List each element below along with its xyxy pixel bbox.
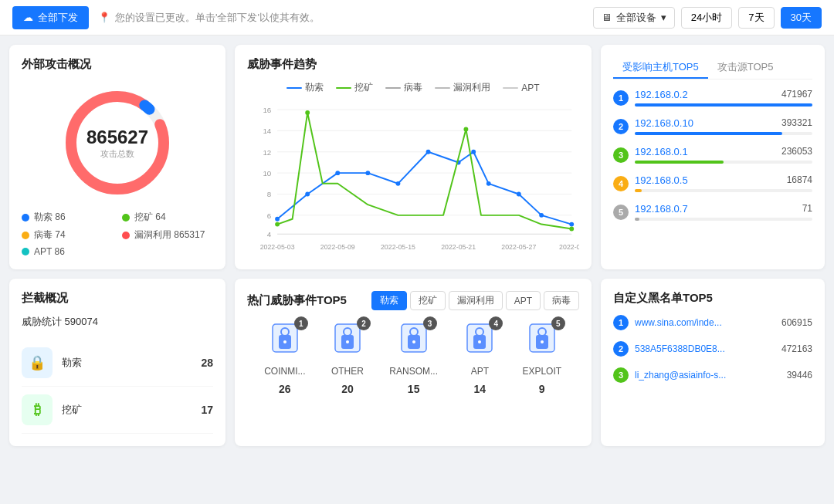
total-label: 攻击总数 [86, 148, 148, 160]
top5-item-5: 192.168.0.7 71 [635, 203, 812, 221]
event-count-5: 9 [539, 383, 545, 395]
hot-event-item-4: 4 APT 14 [459, 320, 500, 395]
blacklist-row-3: 3 li_zhang@asiainfo-s... 39446 [613, 367, 812, 383]
cloud-icon: ☁ [23, 12, 33, 23]
hot-tab-mining[interactable]: 挖矿 [410, 291, 446, 310]
svg-point-29 [275, 222, 280, 227]
top5-row-3: 3 192.168.0.1 236053 [613, 146, 812, 164]
top5-item-3: 192.168.0.1 236053 [635, 146, 812, 164]
hot-event-item-1: 1 COINMI... 26 [264, 320, 305, 395]
attack-overview-title: 外部攻击概况 [22, 57, 213, 72]
event-icon-wrap-3: 3 [394, 320, 434, 360]
top5-bar-5 [635, 218, 639, 221]
attack-overview-card: 外部攻击概况 865627 攻击总数 勒索 86 挖矿 64 [9, 45, 225, 269]
top5-row-5: 5 192.168.0.7 71 [613, 203, 812, 221]
intercept-ransom-count: 28 [201, 357, 213, 369]
event-icon-wrap-4: 4 [459, 320, 500, 360]
svg-point-17 [275, 217, 280, 222]
legend-ransom: 勒索 86 [22, 211, 113, 224]
location-icon: 📍 [98, 12, 110, 23]
event-rank-2: 2 [357, 316, 371, 330]
virus-dot [22, 232, 29, 239]
hint-text: 您的设置已更改。单击'全部下发'以使其有效。 [115, 11, 320, 25]
monitor-icon: 🖥 [602, 12, 612, 23]
exploit-line-icon [435, 87, 450, 89]
intercept-overview-card: 拦截概况 威胁统计 590074 🔒 勒索 28 ₿ 挖矿 17 [9, 279, 225, 446]
donut-center: 865627 攻击总数 [86, 127, 148, 160]
line-chart: 16 14 12 10 8 6 4 [247, 100, 579, 255]
svg-text:8: 8 [267, 190, 271, 198]
rank-badge-5: 5 [613, 205, 629, 220]
intercept-ransom-item: 🔒 勒索 28 [22, 340, 213, 387]
svg-point-25 [486, 181, 491, 186]
threat-trend-card: 威胁事件趋势 勒索 挖矿 病毒 漏洞利用 APT [235, 45, 592, 269]
top5-row-1: 1 192.168.0.2 471967 [613, 89, 812, 107]
svg-point-21 [396, 181, 401, 186]
virus-label: 病毒 74 [34, 228, 66, 242]
bl-rank-2: 2 [613, 341, 629, 357]
hot-tab-apt[interactable]: APT [506, 291, 541, 310]
mining-icon: ₿ [22, 394, 53, 425]
top5-ip-3: 192.168.0.1 [635, 146, 781, 157]
hot-event-item-2: 2 OTHER 20 [327, 320, 368, 395]
event-icon-wrap-2: 2 [327, 320, 368, 360]
event-count-3: 15 [408, 383, 420, 395]
hot-tab-ransom[interactable]: 勒索 [371, 291, 407, 310]
apt-line-label: APT [521, 83, 539, 93]
legend-mining-line: 挖矿 [336, 81, 373, 94]
bl-domain-2: 538A5F6388DB0E8... [635, 343, 775, 354]
event-name-2: OTHER [331, 366, 364, 377]
svg-text:4: 4 [267, 230, 272, 238]
event-count-2: 20 [341, 383, 354, 395]
tab-attack-source[interactable]: 攻击源TOP5 [708, 57, 783, 79]
legend-exploit-line: 漏洞利用 [435, 81, 490, 94]
svg-point-22 [426, 150, 431, 154]
rank-badge-4: 4 [613, 176, 629, 191]
mining-line-icon [336, 87, 351, 89]
svg-text:2022-05-21: 2022-05-21 [441, 243, 476, 251]
event-name-5: EXPLOIT [522, 366, 561, 377]
rank-badge-1: 1 [613, 90, 629, 106]
hot-tab-exploit[interactable]: 漏洞利用 [449, 291, 503, 310]
top5-ip-5: 192.168.0.7 [635, 203, 802, 215]
device-selector[interactable]: 🖥 全部设备 ▾ [593, 7, 675, 29]
svg-point-43 [283, 340, 286, 343]
rank-badge-3: 3 [613, 147, 629, 163]
top5-count-5: 71 [802, 203, 812, 215]
tab-affected-hosts[interactable]: 受影响主机TOP5 [613, 57, 708, 79]
intercept-mining-count: 17 [201, 404, 213, 416]
apt-dot [22, 248, 29, 255]
time-7d-button[interactable]: 7天 [738, 7, 774, 29]
threat-trend-title: 威胁事件趋势 [247, 57, 579, 72]
donut-area: 865627 攻击总数 [22, 81, 213, 205]
hot-tab-virus[interactable]: 病毒 [544, 291, 579, 310]
svg-text:6: 6 [267, 211, 271, 220]
svg-point-26 [517, 192, 521, 197]
legend-apt: APT 86 [22, 246, 113, 257]
blacklist-top5-card: 自定义黑名单TOP5 1 www.sina.com/inde... 606915… [601, 279, 825, 446]
hot-events-card: 热门威胁事件TOP5 勒索 挖矿 漏洞利用 APT 病毒 [235, 279, 592, 446]
time-24h-button[interactable]: 24小时 [681, 7, 732, 29]
top5-bar-2 [635, 132, 782, 135]
event-count-4: 14 [474, 383, 486, 395]
event-rank-4: 4 [489, 316, 503, 330]
apt-label: APT 86 [34, 246, 65, 257]
bl-domain-1: www.sina.com/inde... [635, 317, 775, 328]
event-name-4: APT [471, 366, 489, 377]
top5-ip-1: 192.168.0.2 [635, 89, 781, 100]
legend-virus: 病毒 74 [22, 228, 113, 242]
top5-item-1: 192.168.0.2 471967 [635, 89, 812, 107]
deploy-button[interactable]: ☁ 全部下发 [12, 6, 89, 29]
top5-row-2: 2 192.168.0.10 393321 [613, 117, 812, 135]
virus-line-icon [385, 87, 401, 89]
top5-tabs: 受影响主机TOP5 攻击源TOP5 [613, 57, 812, 79]
svg-text:10: 10 [263, 169, 271, 178]
bl-domain-3: li_zhang@asiainfo-s... [635, 370, 781, 381]
svg-text:2022-06: 2022-06 [559, 243, 579, 251]
top5-bar-track-2 [635, 132, 812, 135]
svg-point-20 [365, 171, 370, 175]
top5-bar-track-1 [635, 103, 812, 107]
svg-point-19 [335, 171, 340, 175]
time-30d-button[interactable]: 30天 [781, 7, 822, 29]
top5-bar-track-4 [635, 189, 812, 192]
